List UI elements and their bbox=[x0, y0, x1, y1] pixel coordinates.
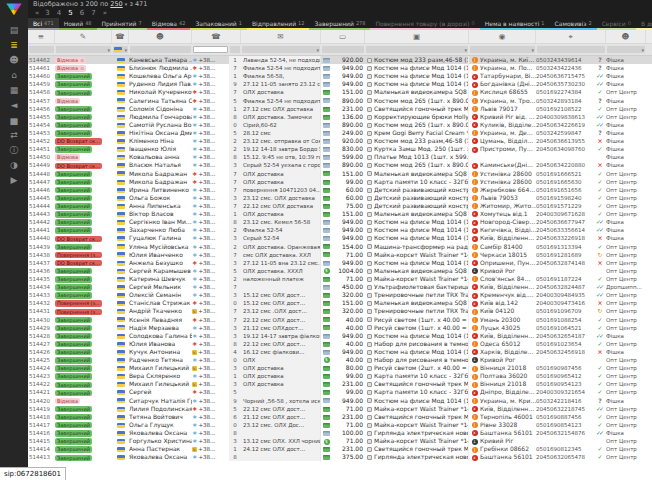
ttn-number[interactable] bbox=[536, 437, 594, 445]
client-phone[interactable]: ∗+38… bbox=[192, 72, 229, 80]
client-phone[interactable]: ∗+38… bbox=[192, 105, 229, 113]
client-phone[interactable]: ∗+38… bbox=[192, 88, 229, 96]
table-row[interactable]: 514453ЗавершенийНікітіна Оксана Дми…∗+38… bbox=[28, 129, 652, 137]
client-phone[interactable]: ∗+38… bbox=[192, 56, 229, 64]
ttn-number[interactable]: 20450634220880 bbox=[536, 161, 594, 169]
table-row[interactable]: 514421ЗавершенийСергей∗+38…599.00Карта п… bbox=[28, 388, 652, 396]
ttn-number[interactable]: 20450632456918 bbox=[536, 348, 594, 356]
client-phone[interactable]: ∗+38… bbox=[192, 453, 229, 461]
table-row[interactable]: 514442ЗавершенийСергієнко Іван Ми…∗+38…8… bbox=[28, 218, 652, 226]
client-phone[interactable]: ∗+38… bbox=[192, 413, 229, 421]
ttn-number[interactable]: 0501691666521 bbox=[536, 170, 594, 178]
client-phone[interactable]: ∗+38… bbox=[192, 226, 229, 234]
client-phone[interactable]: ∗+38… bbox=[192, 324, 229, 332]
ttn-number[interactable]: 20450633226918 bbox=[536, 234, 594, 242]
tab-Самовивіз[interactable]: Самовивіз2 bbox=[550, 18, 597, 30]
client-phone[interactable]: ∗+38… bbox=[192, 251, 229, 259]
tab-Нема в наявності[interactable]: Нема в наявності1 bbox=[480, 18, 550, 30]
page-button-7[interactable]: 7 bbox=[91, 9, 95, 17]
filter-ttn[interactable] bbox=[537, 46, 605, 53]
table-row[interactable]: 514447ЗавершенийМикола Бадражан∗+38…7ОЛХ… bbox=[28, 178, 652, 186]
table-row[interactable]: 514427ЗавершенийЮлия Иванова∗+38…822.12 … bbox=[28, 340, 652, 348]
client-phone[interactable]: ∗+38… bbox=[192, 113, 229, 121]
client-phone[interactable]: ∗+38… bbox=[192, 340, 229, 348]
ttn-number[interactable]: 0501691023654 bbox=[536, 340, 594, 348]
client-phone[interactable]: ∗+38… bbox=[192, 299, 229, 307]
client-phone[interactable]: ∗+38… bbox=[192, 356, 229, 364]
filter-manager[interactable]: ▾ bbox=[607, 46, 645, 53]
ttn-number[interactable]: 0501691064521 bbox=[536, 324, 594, 332]
ttn-number[interactable]: 20450636613955 bbox=[536, 137, 594, 145]
status-pencil-icon[interactable]: ✎ bbox=[55, 30, 112, 43]
ttn-number[interactable]: 20400309484935 bbox=[536, 291, 594, 299]
ttn-number[interactable]: 0501690987456 bbox=[536, 364, 594, 372]
ttn-number[interactable]: 0501690965412 bbox=[536, 372, 594, 380]
table-row[interactable]: 514433ЗавершенийОлексій Семанін∗+38…315.… bbox=[28, 291, 652, 299]
table-row[interactable]: 514452DO Возврат ск…Кліменко Ніна∗+38…22… bbox=[28, 137, 652, 145]
ttn-number[interactable]: 20450634098760 bbox=[536, 145, 594, 153]
ttn-number[interactable]: 20450632874148 bbox=[536, 259, 594, 267]
ttn-number[interactable]: 20450635730230 bbox=[536, 80, 594, 88]
table-row[interactable]: 514422ЗавершенийМихаил Гилецькийlc+38…3О… bbox=[28, 380, 652, 388]
tab-Відправлений[interactable]: Відправлений12 bbox=[247, 18, 310, 30]
page-button-6[interactable]: 6 bbox=[80, 9, 84, 17]
dashboard-icon[interactable]: ▤ bbox=[0, 23, 28, 38]
table-row[interactable]: 514425ЗавершенийРадченко Тетяна∗+38…0ОЛХ… bbox=[28, 356, 652, 364]
client-phone[interactable]: ∗+38… bbox=[192, 397, 229, 405]
table-row[interactable]: 514423ЗавершенийВера Скляренко∗+38…1ОЛХ … bbox=[28, 372, 652, 380]
tab-Відмова[interactable]: Відмова42 bbox=[147, 18, 191, 30]
client-phone[interactable]: ∗+38… bbox=[192, 80, 229, 88]
table-row[interactable]: 514455ЗавершенийЛюдмила Гончарова∗+38…8О… bbox=[28, 113, 652, 121]
client-phone[interactable]: ∗+38… bbox=[192, 137, 229, 145]
location-column-icon[interactable]: ◉ bbox=[469, 30, 536, 43]
ttn-number[interactable]: 20450632824487 bbox=[536, 283, 594, 291]
client-phone[interactable]: lc+38… bbox=[192, 307, 229, 315]
client-phone[interactable]: ∗+38… bbox=[192, 283, 229, 291]
theme-icon[interactable]: ◑ bbox=[0, 158, 28, 173]
ttn-number[interactable]: 0501691187224 bbox=[536, 275, 594, 283]
table-row[interactable]: 514457ВідмоваСалегина Татьяна С…∗+38…5Фи… bbox=[28, 97, 652, 105]
client-phone[interactable]: ∗+38… bbox=[192, 170, 229, 178]
product-column-icon[interactable]: ▣ bbox=[365, 30, 469, 43]
client-phone[interactable]: ∗+38… bbox=[192, 194, 229, 202]
client-phone[interactable]: ∗+38… bbox=[192, 437, 229, 445]
filter-name[interactable] bbox=[130, 46, 191, 53]
tab-В дорозі додому[interactable]: В дорозі додому0 bbox=[636, 18, 652, 30]
first-page-button[interactable]: « bbox=[35, 9, 38, 17]
table-row[interactable]: 514459ЗавершенийРуденко Лидия Пав…∗+38…9… bbox=[28, 80, 652, 88]
video-icon[interactable]: ▶ bbox=[0, 173, 28, 188]
tab-Повернення товару (в дорозі)[interactable]: Повернення товару (в дорозі)0 bbox=[370, 18, 479, 30]
table-row[interactable]: 514440DO Возврат ск…Гуцалюк Галина∗+38…3… bbox=[28, 234, 652, 242]
ttn-number[interactable]: 0501691571229 bbox=[536, 202, 594, 210]
table-row[interactable]: 514444ЗавершенийАнна Липенська∗+38…722.1… bbox=[28, 202, 652, 210]
table-row[interactable]: 514415ЗавершенийГоргулько Христина…∗+38…… bbox=[28, 437, 652, 445]
id-column-icon[interactable]: ≡ bbox=[28, 30, 55, 43]
filter-country[interactable]: ▾ bbox=[113, 46, 128, 53]
ttn-number[interactable]: 0501691096709 bbox=[536, 307, 594, 315]
client-phone[interactable]: ∗+38… bbox=[192, 316, 229, 324]
client-phone[interactable]: ∗+38… bbox=[192, 186, 229, 194]
table-row[interactable]: 514420ВідмоваСитарчук Наталія Гр…∗+38…9Ч… bbox=[28, 397, 652, 405]
client-phone[interactable]: lc+38… bbox=[192, 364, 229, 372]
ttn-number[interactable]: 0501690887456 bbox=[536, 413, 594, 421]
ttn-number[interactable]: 20450632065478 bbox=[536, 453, 594, 461]
tab-Новий[interactable]: Новий48 bbox=[59, 18, 97, 30]
client-phone[interactable]: ∗+38… bbox=[192, 161, 229, 169]
filter-product[interactable]: ▾ bbox=[366, 46, 468, 53]
ttn-number[interactable]: 0503242893184 bbox=[536, 97, 594, 105]
client-phone[interactable]: ∗+38… bbox=[192, 291, 229, 299]
table-row[interactable]: 514454ЗавершенийСамотій Руслана Во…∗+38…… bbox=[28, 121, 652, 129]
per-page-value[interactable]: 250 bbox=[110, 0, 122, 8]
ttn-number[interactable]: 20450634226619 bbox=[536, 121, 594, 129]
app-logo-icon[interactable] bbox=[6, 3, 22, 16]
client-phone[interactable]: ∗+38… bbox=[192, 97, 229, 105]
ttn-number[interactable]: 0501691313394 bbox=[536, 243, 594, 251]
table-row[interactable]: 514450ВідмоваКовальова анна∗+38…815.12. … bbox=[28, 153, 652, 161]
client-phone[interactable]: ∗+38… bbox=[192, 421, 229, 429]
page-button-3[interactable]: 3 bbox=[45, 9, 49, 17]
ttn-number[interactable]: 0501690954123 bbox=[536, 380, 594, 388]
per-page-caret-icon[interactable]: ▾ bbox=[125, 1, 128, 7]
ttn-number[interactable]: 0501691651656 bbox=[536, 186, 594, 194]
ttn-number[interactable] bbox=[536, 153, 594, 161]
filter-city[interactable]: ▾ bbox=[470, 46, 535, 53]
